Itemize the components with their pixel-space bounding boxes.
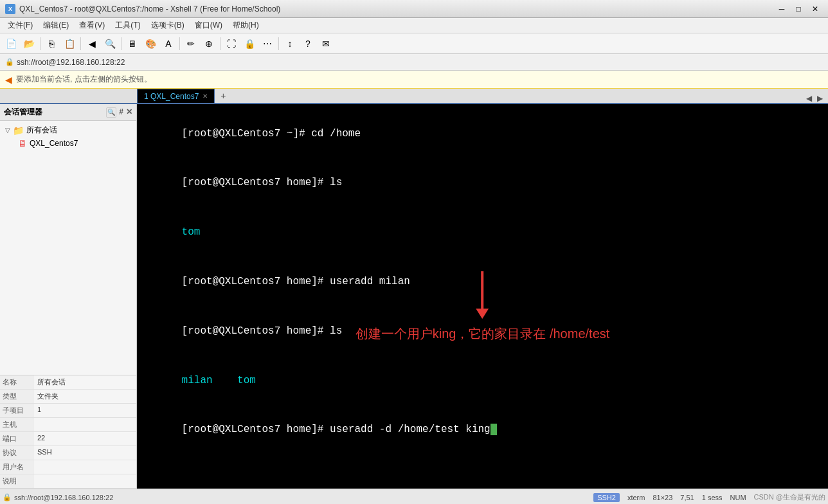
address-lock-icon: 🔒: [5, 58, 14, 66]
prop-label-protocol: 协议: [0, 446, 33, 460]
status-size: 81×23: [652, 494, 672, 501]
menu-view[interactable]: 查看(V): [74, 19, 110, 32]
prop-label-name: 名称: [0, 375, 33, 389]
close-button[interactable]: ✕: [807, 3, 823, 15]
terminal-line-3: tom: [145, 208, 820, 258]
sidebar-pin-button[interactable]: #: [119, 107, 123, 118]
banner-arrow-icon: ◀: [5, 75, 12, 85]
status-bar: 🔒 ssh://root@192.168.160.128:22 SSH2 xte…: [0, 489, 828, 504]
tab-nav-left[interactable]: ◀: [804, 94, 815, 103]
terminal-line-1: [root@QXLCentos7 ~]# cd /home: [145, 109, 820, 159]
status-sessions: 1 sess: [702, 494, 723, 501]
prop-label-host: 主机: [0, 418, 33, 431]
menu-bar: 文件(F) 编辑(E) 查看(V) 工具(T) 选项卡(B) 窗口(W) 帮助(…: [0, 18, 828, 33]
new-button[interactable]: 📄: [3, 35, 19, 52]
tab-close-icon[interactable]: ✕: [203, 93, 208, 100]
prop-value-protocol: SSH: [33, 446, 56, 460]
menu-help[interactable]: 帮助(H): [228, 19, 264, 32]
tab-label: 1 QXL_Centos7: [144, 92, 199, 101]
status-watermark: CSDN @生命是有光的: [754, 492, 825, 502]
prop-value-type: 文件夹: [33, 390, 62, 403]
tree-item-server[interactable]: 🖥 QXL_Centos7: [3, 137, 134, 150]
terminal[interactable]: [root@QXLCentos7 ~]# cd /home [root@QXLC…: [137, 104, 828, 489]
sidebar-search-button[interactable]: 🔍: [106, 107, 116, 118]
prop-value-children: 1: [33, 404, 45, 417]
font-button[interactable]: A: [160, 35, 177, 52]
terminal-line-2: [root@QXLCentos7 home]# ls: [145, 159, 820, 208]
add-tab-button[interactable]: +: [216, 89, 230, 103]
prop-row-username: 用户名: [0, 460, 136, 474]
menu-window[interactable]: 窗口(W): [190, 19, 228, 32]
address-text: ssh://root@192.168.160.128:22: [17, 58, 125, 67]
tree-child-label: QXL_Centos7: [30, 139, 78, 148]
sidebar-tree: ▽ 📁 所有会话 🖥 QXL_Centos7: [0, 121, 136, 375]
target-button[interactable]: ⊕: [201, 35, 217, 52]
lock-btn[interactable]: 🔒: [241, 35, 258, 52]
menu-file[interactable]: 文件(F): [3, 19, 38, 32]
mark-button[interactable]: ✏: [183, 35, 199, 52]
tab-nav: ◀ ▶: [804, 94, 828, 103]
prop-value-username: [33, 460, 41, 474]
banner: ◀ 要添加当前会话, 点击左侧的箭头按钮。: [0, 71, 828, 89]
properties-panel: 名称 所有会话 类型 文件夹 子项目 1 主机 端口 22 协议 SSH: [0, 375, 136, 489]
tab-bar: 1 QXL_Centos7 ✕ + ◀ ▶: [0, 89, 828, 104]
prop-row-desc: 说明: [0, 474, 136, 489]
prop-row-protocol: 协议 SSH: [0, 446, 136, 460]
paste-button[interactable]: 📋: [61, 35, 78, 52]
terminal-annotation: 创建一个用户king，它的家目录在 /home/test: [356, 271, 610, 343]
prop-value-host: [33, 418, 41, 431]
menu-edit[interactable]: 编辑(E): [38, 19, 74, 32]
open-button[interactable]: 📂: [21, 35, 37, 52]
terminal-line-7: [root@QXLCentos7 home]# useradd -d /home…: [145, 406, 820, 455]
active-tab[interactable]: 1 QXL_Centos7 ✕: [137, 89, 215, 103]
minimize-button[interactable]: ─: [774, 3, 789, 15]
prop-row-host: 主机: [0, 418, 136, 432]
sidebar: 会话管理器 🔍 # ✕ ▽ 📁 所有会话 🖥 QXL_Centos7 名称: [0, 104, 137, 489]
color-button[interactable]: 🎨: [142, 35, 159, 52]
annotation-arrow: [482, 271, 484, 310]
server-icon: 🖥: [18, 138, 27, 148]
compose-button[interactable]: ✉: [318, 35, 334, 52]
status-caps: NUM: [730, 494, 746, 501]
terminal-line-6: milan tom: [145, 356, 820, 406]
more-button[interactable]: ⋯: [259, 35, 276, 52]
address-bar: 🔒 ssh://root@192.168.160.128:22: [0, 54, 828, 71]
prop-value-port: 22: [33, 432, 49, 446]
status-lock-icon: 🔒: [3, 493, 12, 501]
title-bar: X QXL_Centos7 - root@QXLCentos7:/home - …: [0, 0, 828, 18]
prop-value-name: 所有会话: [33, 375, 69, 389]
prop-row-port: 端口 22: [0, 432, 136, 446]
search-toolbar-button[interactable]: 🔍: [102, 35, 118, 52]
menu-tools[interactable]: 工具(T): [110, 19, 145, 32]
sidebar-title: 会话管理器: [4, 107, 42, 118]
new-session-button[interactable]: 🖥: [124, 35, 141, 52]
prop-value-desc: [33, 474, 41, 488]
maximize-button[interactable]: □: [791, 3, 806, 15]
help-button[interactable]: ?: [300, 35, 316, 52]
prop-label-children: 子项目: [0, 404, 33, 417]
menu-tabs[interactable]: 选项卡(B): [146, 19, 190, 32]
banner-text: 要添加当前会话, 点击左侧的箭头按钮。: [16, 74, 152, 85]
annotation-text: 创建一个用户king，它的家目录在 /home/test: [356, 325, 610, 343]
tree-item-root[interactable]: ▽ 📁 所有会话: [3, 123, 134, 137]
back-button[interactable]: ◀: [84, 35, 100, 52]
prop-label-type: 类型: [0, 390, 33, 403]
prop-row-name: 名称 所有会话: [0, 375, 136, 390]
prop-label-port: 端口: [0, 432, 33, 446]
tab-nav-right[interactable]: ▶: [815, 94, 825, 103]
tree-expand-icon: ▽: [5, 127, 10, 134]
window-title: QXL_Centos7 - root@QXLCentos7:/home - Xs…: [19, 4, 280, 14]
folder-icon: 📁: [13, 125, 24, 136]
sidebar-close-button[interactable]: ✕: [126, 107, 132, 118]
transfer-button[interactable]: ↕: [282, 35, 298, 52]
tree-root-label: 所有会话: [26, 125, 57, 136]
copy-button[interactable]: ⎘: [43, 35, 60, 52]
sidebar-header: 会话管理器 🔍 # ✕: [0, 104, 136, 121]
fullscreen-button[interactable]: ⛶: [223, 35, 240, 52]
content-wrapper: 会话管理器 🔍 # ✕ ▽ 📁 所有会话 🖥 QXL_Centos7 名称: [0, 104, 828, 489]
status-terminal: xterm: [627, 494, 645, 501]
terminal-cursor: [491, 424, 497, 435]
toolbar: 📄 📂 ⎘ 📋 ◀ 🔍 🖥 🎨 A ✏ ⊕ ⛶ 🔒 ⋯ ↕ ? ✉: [0, 33, 828, 54]
prop-label-desc: 说明: [0, 474, 33, 488]
status-address: ssh://root@192.168.160.128:22: [14, 494, 113, 501]
